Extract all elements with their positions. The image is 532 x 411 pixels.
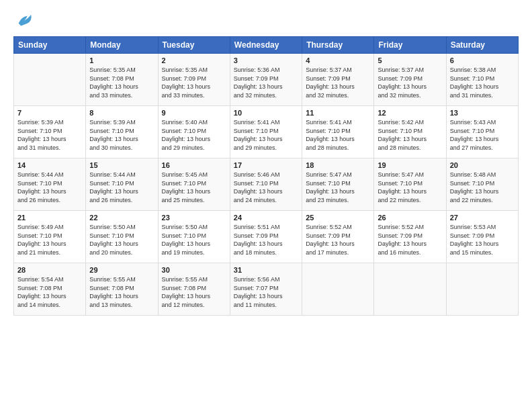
day-number: 31 xyxy=(234,266,298,274)
day-info: Sunrise: 5:55 AM Sunset: 7:08 PM Dayligh… xyxy=(162,275,226,309)
day-number: 14 xyxy=(17,161,82,169)
day-number: 26 xyxy=(378,214,442,222)
day-info: Sunrise: 5:47 AM Sunset: 7:10 PM Dayligh… xyxy=(306,171,370,204)
day-info: Sunrise: 5:50 AM Sunset: 7:10 PM Dayligh… xyxy=(89,223,154,257)
day-number: 27 xyxy=(450,214,515,222)
calendar-cell: 4Sunrise: 5:37 AM Sunset: 7:09 PM Daylig… xyxy=(302,54,374,106)
day-info: Sunrise: 5:51 AM Sunset: 7:09 PM Dayligh… xyxy=(234,223,298,257)
day-info: Sunrise: 5:41 AM Sunset: 7:10 PM Dayligh… xyxy=(234,118,298,152)
day-info: Sunrise: 5:49 AM Sunset: 7:10 PM Dayligh… xyxy=(17,223,82,257)
calendar-cell: 16Sunrise: 5:45 AM Sunset: 7:10 PM Dayli… xyxy=(158,158,230,211)
day-info: Sunrise: 5:48 AM Sunset: 7:10 PM Dayligh… xyxy=(450,171,515,204)
calendar-cell: 23Sunrise: 5:50 AM Sunset: 7:10 PM Dayli… xyxy=(158,211,230,263)
day-number: 13 xyxy=(450,109,515,117)
calendar-cell: 6Sunrise: 5:38 AM Sunset: 7:10 PM Daylig… xyxy=(446,54,518,106)
calendar-cell xyxy=(302,263,374,316)
day-number: 8 xyxy=(89,109,154,117)
calendar-cell: 28Sunrise: 5:54 AM Sunset: 7:08 PM Dayli… xyxy=(14,263,86,316)
logo xyxy=(13,15,34,31)
day-number: 5 xyxy=(378,56,442,64)
day-info: Sunrise: 5:56 AM Sunset: 7:07 PM Dayligh… xyxy=(234,275,298,309)
day-info: Sunrise: 5:35 AM Sunset: 7:09 PM Dayligh… xyxy=(162,66,226,99)
calendar-cell: 31Sunrise: 5:56 AM Sunset: 7:07 PM Dayli… xyxy=(230,263,302,316)
calendar-cell xyxy=(446,263,518,316)
day-info: Sunrise: 5:39 AM Sunset: 7:10 PM Dayligh… xyxy=(89,118,154,152)
calendar-cell: 25Sunrise: 5:52 AM Sunset: 7:09 PM Dayli… xyxy=(302,211,374,263)
header-saturday: Saturday xyxy=(446,37,518,54)
calendar-cell: 7Sunrise: 5:39 AM Sunset: 7:10 PM Daylig… xyxy=(14,106,86,158)
day-number: 1 xyxy=(89,56,154,64)
day-info: Sunrise: 5:38 AM Sunset: 7:10 PM Dayligh… xyxy=(450,66,515,99)
calendar-cell: 9Sunrise: 5:40 AM Sunset: 7:10 PM Daylig… xyxy=(158,106,230,158)
day-info: Sunrise: 5:52 AM Sunset: 7:09 PM Dayligh… xyxy=(306,223,370,257)
calendar-cell: 8Sunrise: 5:39 AM Sunset: 7:10 PM Daylig… xyxy=(86,106,158,158)
week-row-2: 14Sunrise: 5:44 AM Sunset: 7:10 PM Dayli… xyxy=(14,158,519,211)
day-info: Sunrise: 5:41 AM Sunset: 7:10 PM Dayligh… xyxy=(306,118,370,152)
day-info: Sunrise: 5:52 AM Sunset: 7:09 PM Dayligh… xyxy=(378,223,442,257)
day-number: 22 xyxy=(89,214,154,222)
logo-bird-icon xyxy=(15,12,34,31)
header-thursday: Thursday xyxy=(302,37,374,54)
header-tuesday: Tuesday xyxy=(158,37,230,54)
day-info: Sunrise: 5:55 AM Sunset: 7:08 PM Dayligh… xyxy=(89,275,154,309)
calendar-cell: 5Sunrise: 5:37 AM Sunset: 7:09 PM Daylig… xyxy=(374,54,446,106)
page: SundayMondayTuesdayWednesdayThursdayFrid… xyxy=(0,0,532,322)
header xyxy=(13,12,519,31)
calendar-cell: 18Sunrise: 5:47 AM Sunset: 7:10 PM Dayli… xyxy=(302,158,374,211)
day-info: Sunrise: 5:37 AM Sunset: 7:09 PM Dayligh… xyxy=(378,66,442,99)
day-info: Sunrise: 5:36 AM Sunset: 7:09 PM Dayligh… xyxy=(234,66,298,99)
day-number: 2 xyxy=(162,56,226,64)
day-info: Sunrise: 5:35 AM Sunset: 7:08 PM Dayligh… xyxy=(89,66,154,99)
week-row-3: 21Sunrise: 5:49 AM Sunset: 7:10 PM Dayli… xyxy=(14,211,519,263)
day-info: Sunrise: 5:44 AM Sunset: 7:10 PM Dayligh… xyxy=(17,171,82,204)
calendar-cell: 29Sunrise: 5:55 AM Sunset: 7:08 PM Dayli… xyxy=(86,263,158,316)
calendar-cell: 26Sunrise: 5:52 AM Sunset: 7:09 PM Dayli… xyxy=(374,211,446,263)
day-number: 24 xyxy=(234,214,298,222)
day-info: Sunrise: 5:43 AM Sunset: 7:10 PM Dayligh… xyxy=(450,118,515,152)
calendar-cell: 24Sunrise: 5:51 AM Sunset: 7:09 PM Dayli… xyxy=(230,211,302,263)
calendar-cell: 11Sunrise: 5:41 AM Sunset: 7:10 PM Dayli… xyxy=(302,106,374,158)
calendar-cell: 10Sunrise: 5:41 AM Sunset: 7:10 PM Dayli… xyxy=(230,106,302,158)
day-number: 21 xyxy=(17,214,82,222)
calendar-cell: 22Sunrise: 5:50 AM Sunset: 7:10 PM Dayli… xyxy=(86,211,158,263)
day-number: 30 xyxy=(162,266,226,274)
header-friday: Friday xyxy=(374,37,446,54)
calendar-cell: 13Sunrise: 5:43 AM Sunset: 7:10 PM Dayli… xyxy=(446,106,518,158)
week-row-0: 1Sunrise: 5:35 AM Sunset: 7:08 PM Daylig… xyxy=(14,54,519,106)
day-number: 17 xyxy=(234,161,298,169)
calendar-header: SundayMondayTuesdayWednesdayThursdayFrid… xyxy=(14,37,519,54)
calendar-cell: 15Sunrise: 5:44 AM Sunset: 7:10 PM Dayli… xyxy=(86,158,158,211)
calendar-cell: 1Sunrise: 5:35 AM Sunset: 7:08 PM Daylig… xyxy=(86,54,158,106)
calendar-cell: 27Sunrise: 5:53 AM Sunset: 7:09 PM Dayli… xyxy=(446,211,518,263)
week-row-1: 7Sunrise: 5:39 AM Sunset: 7:10 PM Daylig… xyxy=(14,106,519,158)
day-number: 11 xyxy=(306,109,370,117)
week-row-4: 28Sunrise: 5:54 AM Sunset: 7:08 PM Dayli… xyxy=(14,263,519,316)
day-info: Sunrise: 5:37 AM Sunset: 7:09 PM Dayligh… xyxy=(306,66,370,99)
day-info: Sunrise: 5:50 AM Sunset: 7:10 PM Dayligh… xyxy=(162,223,226,257)
day-number: 7 xyxy=(17,109,82,117)
day-info: Sunrise: 5:44 AM Sunset: 7:10 PM Dayligh… xyxy=(89,171,154,204)
day-number: 29 xyxy=(89,266,154,274)
day-number: 16 xyxy=(162,161,226,169)
header-row: SundayMondayTuesdayWednesdayThursdayFrid… xyxy=(14,37,519,54)
calendar-cell: 14Sunrise: 5:44 AM Sunset: 7:10 PM Dayli… xyxy=(14,158,86,211)
day-info: Sunrise: 5:47 AM Sunset: 7:10 PM Dayligh… xyxy=(378,171,442,204)
day-info: Sunrise: 5:40 AM Sunset: 7:10 PM Dayligh… xyxy=(162,118,226,152)
day-number: 10 xyxy=(234,109,298,117)
day-info: Sunrise: 5:42 AM Sunset: 7:10 PM Dayligh… xyxy=(378,118,442,152)
day-number: 19 xyxy=(378,161,442,169)
day-number: 4 xyxy=(306,56,370,64)
calendar-cell: 12Sunrise: 5:42 AM Sunset: 7:10 PM Dayli… xyxy=(374,106,446,158)
header-monday: Monday xyxy=(86,37,158,54)
day-info: Sunrise: 5:54 AM Sunset: 7:08 PM Dayligh… xyxy=(17,275,82,309)
day-number: 28 xyxy=(17,266,82,274)
calendar-cell: 19Sunrise: 5:47 AM Sunset: 7:10 PM Dayli… xyxy=(374,158,446,211)
calendar-table: SundayMondayTuesdayWednesdayThursdayFrid… xyxy=(13,36,519,316)
calendar-cell: 21Sunrise: 5:49 AM Sunset: 7:10 PM Dayli… xyxy=(14,211,86,263)
calendar-cell: 30Sunrise: 5:55 AM Sunset: 7:08 PM Dayli… xyxy=(158,263,230,316)
header-wednesday: Wednesday xyxy=(230,37,302,54)
day-number: 6 xyxy=(450,56,515,64)
day-number: 15 xyxy=(89,161,154,169)
day-number: 3 xyxy=(234,56,298,64)
calendar-body: 1Sunrise: 5:35 AM Sunset: 7:08 PM Daylig… xyxy=(14,54,519,316)
